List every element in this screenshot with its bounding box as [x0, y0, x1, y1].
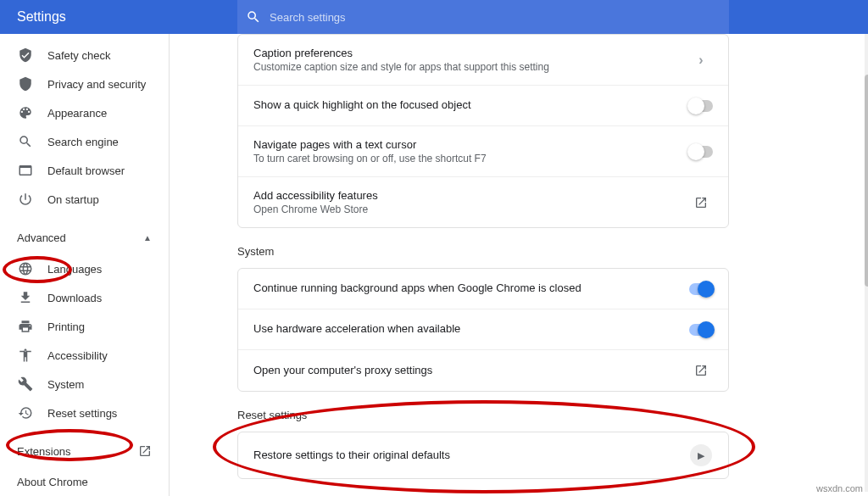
row-title: Caption preferences — [253, 47, 689, 59]
sidebar-item-wrench[interactable]: System — [0, 370, 169, 398]
palette-icon — [17, 104, 34, 121]
sidebar-item-label: System — [47, 378, 84, 391]
search-input[interactable] — [270, 11, 721, 24]
watermark: wsxdn.com — [816, 483, 863, 493]
sidebar-item-restore[interactable]: Reset settings — [0, 398, 169, 427]
reset-section-title: Reset settings — [237, 409, 729, 421]
sidebar-item-label: Printing — [47, 320, 85, 333]
accessibility-card: Caption preferences Customize caption si… — [237, 34, 729, 228]
about-link[interactable]: About Chrome — [0, 466, 169, 496]
row-sub: To turn caret browsing on or off, use th… — [253, 153, 689, 164]
settings-row[interactable]: Use hardware acceleration when available — [238, 309, 728, 350]
toggle-off[interactable] — [689, 146, 713, 158]
sidebar-item-search[interactable]: Search engine — [0, 127, 169, 156]
launch-icon — [694, 196, 708, 209]
advanced-label: Advanced — [17, 231, 66, 244]
sidebar-item-shield[interactable]: Privacy and security — [0, 70, 169, 98]
globe-icon — [17, 260, 34, 277]
sidebar-item-label: Accessibility — [47, 349, 108, 362]
sidebar-item-label: Reset settings — [47, 407, 117, 420]
accessibility-icon — [17, 347, 34, 364]
row-title: Add accessibility features — [253, 189, 689, 202]
launch-icon — [138, 444, 152, 458]
search-icon — [246, 9, 261, 25]
power-icon — [17, 191, 34, 208]
shield-check-icon — [17, 47, 34, 64]
sidebar-item-browser[interactable]: Default browser — [0, 156, 169, 185]
sidebar-item-label: On startup — [47, 193, 99, 206]
system-card: Continue running background apps when Go… — [237, 268, 729, 392]
browser-icon — [17, 162, 34, 179]
chevron-right-icon: › — [698, 53, 703, 68]
sidebar-item-printer[interactable]: Printing — [0, 312, 169, 341]
toggle-on[interactable] — [689, 324, 713, 336]
sidebar-item-label: Downloads — [47, 292, 102, 304]
wrench-icon — [17, 376, 34, 393]
page-title: Settings — [0, 0, 170, 34]
sidebar-item-label: Default browser — [47, 164, 125, 177]
settings-row[interactable]: Navigate pages with a text cursor To tur… — [238, 126, 728, 177]
system-section-title: System — [237, 245, 729, 258]
sidebar-item-power[interactable]: On startup — [0, 185, 169, 214]
chevron-up-icon: ▲ — [143, 233, 152, 242]
row-title: Open your computer's proxy settings — [253, 364, 689, 376]
settings-row[interactable]: Continue running background apps when Go… — [238, 269, 728, 309]
settings-row[interactable]: Caption preferences Customize caption si… — [238, 35, 728, 86]
scrollbar-thumb[interactable] — [865, 75, 868, 287]
search-icon — [17, 133, 34, 150]
sidebar-item-globe[interactable]: Languages — [0, 254, 169, 283]
row-title: Use hardware acceleration when available — [253, 322, 689, 335]
sidebar-item-download[interactable]: Downloads — [0, 283, 169, 312]
settings-row[interactable]: Restore settings to their original defau… — [238, 432, 728, 478]
download-icon — [17, 289, 34, 306]
settings-row[interactable]: Show a quick highlight on the focused ob… — [238, 86, 728, 126]
row-title: Navigate pages with a text cursor — [253, 138, 689, 151]
sidebar-item-label: Privacy and security — [47, 78, 146, 91]
printer-icon — [17, 318, 34, 335]
settings-row[interactable]: Add accessibility features Open Chrome W… — [238, 177, 728, 227]
row-title: Continue running background apps when Go… — [253, 281, 689, 294]
restore-icon — [17, 404, 34, 421]
sidebar-item-label: Languages — [47, 263, 102, 276]
header: Settings — [0, 0, 868, 34]
sidebar-item-shield-check[interactable]: Safety check — [0, 41, 169, 70]
sidebar-item-label: Safety check — [47, 49, 110, 62]
sidebar-item-accessibility[interactable]: Accessibility — [0, 341, 169, 370]
sidebar-item-palette[interactable]: Appearance — [0, 98, 169, 127]
sidebar: Safety check Privacy and security Appear… — [0, 34, 170, 496]
row-sub: Open Chrome Web Store — [253, 203, 689, 215]
row-title: Restore settings to their original defau… — [253, 449, 689, 461]
row-sub: Customize caption size and style for app… — [253, 61, 689, 73]
toggle-on[interactable] — [689, 283, 713, 295]
arrow-button[interactable]: ▶ — [690, 444, 712, 466]
extensions-link[interactable]: Extensions — [0, 436, 169, 466]
content: Caption preferences Customize caption si… — [170, 34, 868, 496]
sidebar-item-label: Search engine — [47, 136, 119, 148]
search-box[interactable] — [237, 0, 729, 34]
shield-icon — [17, 75, 34, 92]
toggle-off[interactable] — [689, 100, 713, 112]
advanced-toggle[interactable]: Advanced ▲ — [0, 220, 169, 254]
launch-icon — [694, 364, 708, 377]
row-title: Show a quick highlight on the focused ob… — [253, 98, 689, 111]
settings-row[interactable]: Open your computer's proxy settings — [238, 350, 728, 391]
reset-card: Restore settings to their original defau… — [237, 432, 729, 479]
sidebar-item-label: Appearance — [47, 107, 107, 120]
